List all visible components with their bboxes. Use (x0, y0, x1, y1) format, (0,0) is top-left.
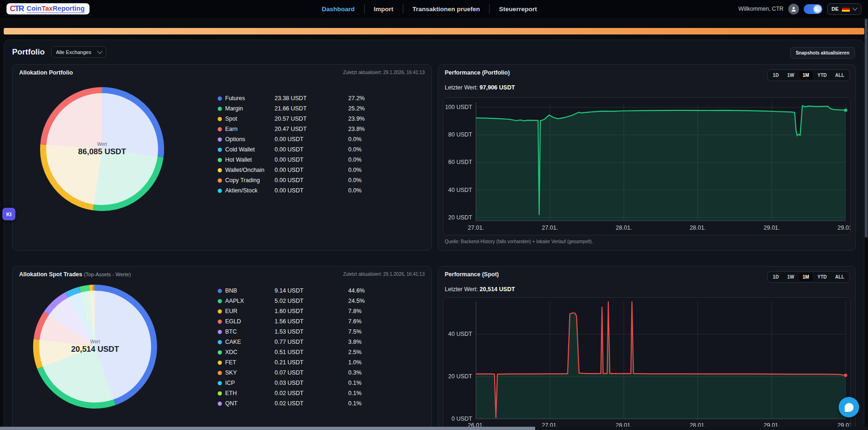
range-selector: 1D1W1MYTDALL (767, 271, 850, 283)
legend-percent: 7.6% (348, 318, 372, 325)
nav-item-dashboard[interactable]: Dashboard (312, 6, 364, 13)
legend-row-fet: FET0.21 USDT1.0% (218, 357, 372, 368)
legend-percent: 0.0% (348, 177, 372, 184)
range-button-1d[interactable]: 1D (770, 71, 782, 79)
legend-label: FET (225, 359, 275, 366)
donut-sector-spot (46, 145, 102, 205)
legend-row-aaplx: AAPLX5.02 USDT24.5% (218, 296, 372, 306)
legend-row-cold-wallet: Cold Wallet0.00 USDT0.0% (218, 144, 372, 155)
legend-value: 0.02 USDT (275, 390, 348, 396)
legend-label: AAPLX (225, 298, 275, 304)
range-button-1w[interactable]: 1W (784, 71, 798, 79)
app-header: CTR CoinTaxReporting DashboardImportTran… (0, 0, 868, 18)
vertical-scrollbar[interactable] (865, 19, 868, 238)
horizontal-scrollbar[interactable] (0, 427, 535, 430)
legend-color-dot (218, 137, 222, 142)
portfolio-toolbar: Portfolio Alle Exchanges (12, 46, 106, 58)
toggle-knob (813, 5, 821, 13)
donut-svg (30, 281, 160, 412)
range-button-1m[interactable]: 1M (799, 71, 813, 79)
chevron-down-icon (97, 48, 102, 54)
spot-line-chart: 26.01.27.01.28.01.28.01.29.01.29.01.0 US… (443, 297, 851, 430)
legend-value: 0.02 USDT (275, 400, 348, 407)
legend-color-dot (218, 371, 222, 375)
header-right: Willkommen, CTR DE (738, 3, 861, 15)
range-button-ytd[interactable]: YTD (814, 273, 830, 281)
legend-value: 20.57 USDT (275, 116, 348, 122)
legend-color-dot (218, 178, 222, 183)
legend-value: 0.00 USDT (275, 157, 348, 163)
nav-item-import[interactable]: Import (365, 6, 403, 13)
donut-ring-xdc (80, 288, 90, 290)
legend-color-dot (218, 402, 222, 406)
legend-value: 21.66 USDT (275, 105, 348, 112)
chat-widget-button[interactable] (839, 397, 859, 417)
donut-sector-margin (94, 149, 158, 205)
legend-color-dot (218, 391, 222, 396)
legend-color-dot (218, 381, 222, 385)
performance-portfolio-card: Performance (Portfolio) 1D1W1MYTDALL Let… (438, 64, 856, 251)
legend-color-dot (218, 350, 222, 355)
nav-item-transaktionen-pruefen[interactable]: Transaktionen pruefen (403, 6, 489, 13)
legend-label: ICP (225, 380, 275, 386)
welcome-text: Willkommen, CTR (738, 6, 784, 12)
card-title: Allokation Portfolio (19, 69, 73, 76)
legend-color-dot (218, 107, 222, 111)
dark-mode-toggle[interactable] (804, 4, 822, 14)
range-button-all[interactable]: ALL (832, 273, 847, 281)
x-tick-label: 29.01. (764, 225, 780, 231)
legend-row-futures: Futures23.38 USDT27.2% (218, 93, 372, 103)
x-tick-label: 27.01. (542, 225, 558, 231)
spot-legend: BNB9.14 USDT44.6%AAPLX5.02 USDT24.5%EUR1… (218, 286, 372, 409)
last-value-line: Letzter Wert: 97,906 USDT (445, 84, 515, 91)
legend-color-dot (218, 189, 222, 193)
refresh-snapshots-button[interactable]: Snapshots aktualisieren (790, 47, 855, 59)
last-updated-text: Zuletzt aktualisiert: 29.1.2026, 16:41:1… (343, 70, 425, 75)
y-tick-label: 80 USDT (448, 131, 473, 138)
last-value-amount: 20,514 USDT (480, 286, 515, 293)
card-title: Performance (Spot) (445, 271, 499, 278)
area-fill (476, 106, 846, 221)
language-selector[interactable]: DE (827, 3, 861, 15)
range-button-1d[interactable]: 1D (770, 273, 782, 281)
x-tick-label: 28.01. (689, 225, 706, 231)
line-chart-svg: 26.01.27.01.28.01.28.01.29.01.29.01.0 US… (443, 298, 851, 430)
nav-item-steuerreport[interactable]: Steuerreport (490, 6, 546, 13)
last-updated-text: Zuletzt aktualisiert: 29.1.2026, 16:41:1… (343, 272, 425, 277)
legend-label: Copy Trading (225, 177, 275, 184)
legend-color-dot (218, 148, 222, 152)
legend-color-dot (218, 320, 222, 324)
card-header: Allokation Spot Trades (Top-Assets - Wer… (19, 271, 425, 278)
performance-spot-card: Performance (Spot) 1D1W1MYTDALL Letzter … (438, 266, 856, 430)
user-avatar[interactable] (788, 4, 799, 14)
logo-wordmark: CoinTaxReporting (27, 5, 85, 14)
moon-icon (815, 7, 820, 11)
legend-row-eur: EUR1.60 USDT7.8% (218, 306, 372, 316)
last-value-line: Letzter Wert: 20,514 USDT (445, 286, 515, 293)
legend-percent: 24.5% (348, 298, 372, 304)
legend-value: 1.53 USDT (275, 328, 348, 335)
accent-gradient-bar (4, 28, 864, 34)
exchange-filter-select[interactable]: Alle Exchanges (51, 46, 106, 58)
legend-color-dot (218, 168, 222, 172)
german-flag-icon (842, 7, 850, 12)
legend-row-sky: SKY0.07 USDT0.3% (218, 368, 372, 378)
range-button-ytd[interactable]: YTD (814, 71, 830, 79)
range-button-1w[interactable]: 1W (784, 273, 798, 281)
legend-label: Earn (225, 126, 275, 132)
app-logo[interactable]: CTR CoinTaxReporting (7, 3, 90, 15)
portfolio-panel: Portfolio Alle Exchanges Snapshots aktua… (4, 40, 864, 430)
legend-label: SKY (225, 369, 275, 376)
legend-percent: 44.6% (348, 287, 372, 294)
legend-percent: 23.9% (348, 116, 372, 122)
ki-assistant-button[interactable]: KI (2, 208, 15, 220)
donut-ring-fet (89, 288, 93, 288)
legend-value: 9.14 USDT (275, 287, 348, 294)
legend-label: Cold Wallet (225, 146, 275, 153)
range-button-all[interactable]: ALL (832, 71, 847, 79)
legend-value: 0.21 USDT (275, 359, 348, 366)
range-button-1m[interactable]: 1M (799, 273, 813, 281)
legend-percent: 1.0% (348, 359, 372, 366)
legend-percent: 3.8% (348, 339, 372, 345)
legend-value: 1.56 USDT (275, 318, 348, 325)
